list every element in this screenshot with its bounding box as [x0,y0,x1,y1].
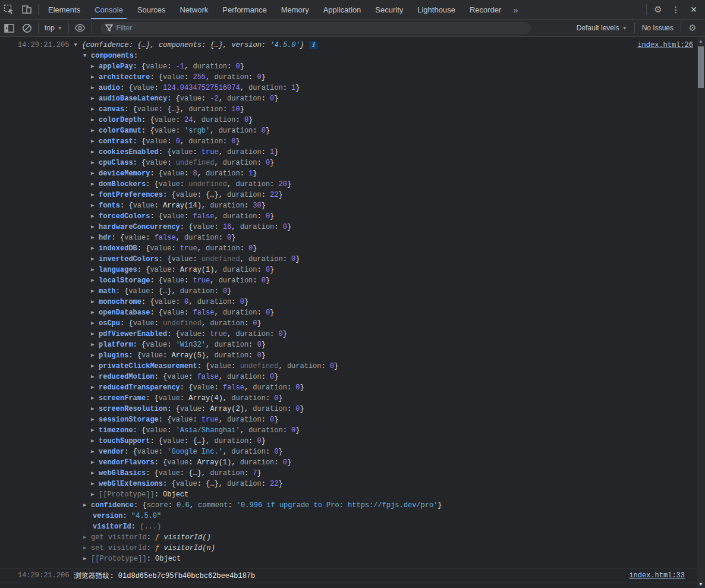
property-key: canvas [99,104,124,115]
tab-sources[interactable]: Sources [130,0,173,19]
expander-icon[interactable]: ▶ [91,318,99,329]
expander-icon[interactable]: ▶ [91,168,99,179]
function-signature: visitorId(n) [163,543,215,554]
expander-icon[interactable]: ▶ [91,158,99,168]
tab-console[interactable]: Console [87,0,130,19]
expander-icon[interactable]: ▶ [91,307,99,318]
expander-icon[interactable]: ▼ [74,40,81,51]
expander-icon[interactable]: ▶ [91,339,99,350]
filter-box[interactable] [100,22,531,34]
expander-icon[interactable]: ▶ [91,414,99,425]
property-value: 16 [223,222,231,232]
tree-row-get-visitorid: ▶get visitorId: ƒ visitorId() [0,532,697,543]
expander-icon[interactable]: ▶ [91,222,99,232]
expander-icon[interactable]: ▶ [91,243,99,254]
live-expression-button[interactable] [71,20,89,36]
expander-icon[interactable]: ▶ [91,200,99,211]
expander-icon[interactable]: ▶ [91,61,99,72]
console-toolbar: top ▼ Default levels ▼ [0,20,705,37]
expander-icon[interactable]: ▶ [91,190,99,200]
expander-icon[interactable]: ▶ [83,532,91,543]
expander-icon[interactable]: ▶ [91,361,99,372]
expander-icon[interactable]: ▶ [91,125,99,136]
tree-row-version: version: "4.5.0" [0,511,697,521]
property-value: 'Google Inc.' [167,446,223,457]
expander-icon[interactable]: ▶ [91,254,99,265]
customize-menu-button[interactable]: ⋮ [667,2,685,17]
expander-icon[interactable]: ▶ [91,265,99,275]
expander-icon[interactable]: ▶ [83,554,91,564]
tab-memory[interactable]: Memory [274,0,316,19]
expander-icon[interactable]: ▶ [91,479,99,489]
log-levels-dropdown[interactable]: Default levels ▼ [572,24,632,32]
expander-icon[interactable]: ▶ [91,275,99,286]
tab-performance[interactable]: Performance [215,0,273,19]
source-link[interactable]: index.html:33 [629,571,685,580]
expander-icon[interactable]: ▶ [91,350,99,361]
expander-icon[interactable]: ▶ [91,232,99,243]
info-icon[interactable]: i [309,41,317,49]
filter-input[interactable] [117,24,526,32]
scroll-up-icon[interactable]: ▲ [697,37,705,45]
console-sidebar-button[interactable] [0,20,18,36]
property-value: Object [163,489,188,500]
console-settings-button[interactable]: ⚙ [684,20,701,36]
expander-icon[interactable]: ▶ [91,425,99,436]
tree-row-forcedcolors: ▶forcedColors: {value: false, duration: … [0,211,697,222]
expander-icon[interactable]: ▶ [91,393,99,404]
expander-icon[interactable]: ▶ [91,372,99,382]
close-devtools-button[interactable]: × [685,2,703,17]
tree-row-audio: ▶audio: {value: 124.04347527516074, dura… [0,83,697,93]
tab-application[interactable]: Application [316,0,369,19]
tree-row-domblockers: ▶domBlockers: {value: undefined, duratio… [0,179,697,190]
tree-row-screenframe: ▶screenFrame: {value: Array(4), duration… [0,393,697,404]
expander-icon[interactable]: ▶ [91,404,99,414]
expander-icon[interactable]: ▶ [91,72,99,83]
inspect-element-button[interactable] [0,2,18,17]
expander-icon[interactable]: ▼ [83,51,91,61]
issues-counter[interactable]: No Issues [637,24,678,32]
toolbar-separator [92,23,92,33]
expander-icon[interactable]: ▶ [91,115,99,125]
expander-icon[interactable]: ▶ [91,93,99,104]
object-preview[interactable]: {confidence: {…}, components: {…}, versi… [81,40,304,51]
more-tabs-icon[interactable]: » [508,5,523,15]
expander-icon[interactable]: ▶ [91,104,99,115]
expander-icon[interactable]: ▶ [91,179,99,190]
expander-icon[interactable]: ▶ [91,147,99,158]
expander-icon[interactable]: ▶ [91,457,99,468]
expander-icon[interactable]: ▶ [91,83,99,93]
expander-icon[interactable]: ▶ [91,297,99,307]
tree-row-colorgamut: ▶colorGamut: {value: 'srgb', duration: 0… [0,125,697,136]
expander-icon[interactable]: ▶ [91,489,99,500]
expander-icon[interactable]: ▶ [91,436,99,446]
tab-lighthouse[interactable]: Lighthouse [410,0,462,19]
property-key: webGlExtensions [99,479,163,489]
settings-button[interactable]: ⚙ [649,2,667,17]
expander-icon[interactable]: ▶ [91,446,99,457]
expander-icon[interactable]: ▶ [83,500,91,511]
scrollbar-thumb[interactable] [698,46,704,88]
tree-row-colordepth: ▶colorDepth: {value: 24, duration: 0} [0,115,697,125]
expander-icon[interactable]: ▶ [91,211,99,222]
source-link[interactable]: index.html:26 [637,40,693,51]
expander-icon[interactable]: ▶ [91,382,99,393]
tab-elements[interactable]: Elements [41,0,87,19]
tree-row-architecture: ▶architecture: {value: 255, duration: 0} [0,72,697,83]
lazy-getter-ellipsis[interactable]: (...) [140,521,161,532]
expander-icon[interactable]: ▶ [91,468,99,479]
clear-console-button[interactable] [18,20,36,36]
fingerprint-text: 浏览器指纹: 01d8d65eb7c95fb40bcbc62bee4b187b [74,571,255,581]
expander-icon[interactable]: ▶ [83,543,91,554]
vertical-scrollbar[interactable]: ▲ ▼ [697,37,705,588]
execution-context-selector[interactable]: top ▼ [41,24,66,32]
tab-recorder[interactable]: Recorder [462,0,508,19]
expander-icon[interactable]: ▶ [91,136,99,147]
expander-icon[interactable]: ▶ [91,329,99,339]
scroll-down-icon[interactable]: ▼ [697,580,705,588]
expander-icon[interactable]: ▶ [91,286,99,297]
tab-network[interactable]: Network [173,0,216,19]
toolbar-separator [38,4,39,15]
device-toolbar-button[interactable] [18,2,36,17]
tab-security[interactable]: Security [368,0,410,19]
